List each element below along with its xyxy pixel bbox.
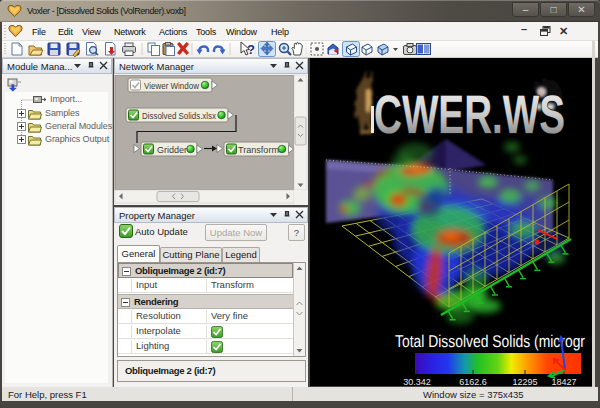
- svg-text:Viewer Window: Viewer Window: [144, 81, 199, 91]
- svg-text:Total Dissolved Solids (microg: Total Dissolved Solids (microgr: [395, 332, 585, 351]
- svg-text:CWER.WS: CWER.WS: [374, 85, 565, 145]
- svg-text:6162.6: 6162.6: [459, 377, 487, 386]
- svg-text:Transform: Transform: [238, 145, 279, 155]
- svg-text:12295: 12295: [512, 377, 537, 386]
- svg-text:18427: 18427: [551, 377, 576, 386]
- svg-text:Dissolved Solids.xlsx: Dissolved Solids.xlsx: [142, 111, 216, 121]
- svg-text:30.342: 30.342: [403, 377, 431, 386]
- svg-text:?: ?: [247, 42, 255, 57]
- svg-text:Gridder: Gridder: [157, 145, 187, 155]
